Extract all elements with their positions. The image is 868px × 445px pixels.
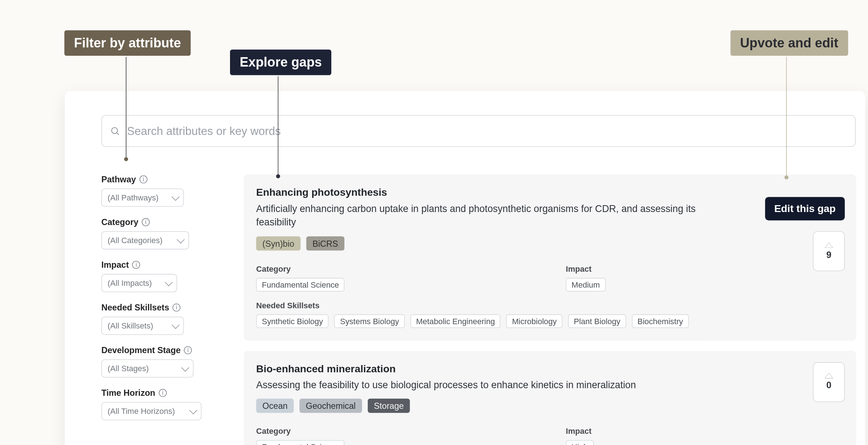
search-wrap (101, 115, 856, 147)
select-value: (All Pathways) (107, 193, 158, 202)
main-panel: Pathway i (All Pathways) Category i (All… (65, 91, 865, 445)
impact-select[interactable]: (All Impacts) (101, 274, 177, 292)
upvote-icon (825, 242, 833, 247)
select-value: (All Skillsets) (107, 321, 153, 330)
meta-impact: Impact Medium (566, 264, 844, 292)
info-icon[interactable]: i (184, 346, 192, 354)
filter-label: Time Horizon i (101, 388, 221, 398)
card-desc: Artificially enhancing carbon uptake in … (256, 202, 728, 229)
upvote-count: 0 (826, 381, 831, 391)
horizon-select[interactable]: (All Time Horizons) (101, 402, 201, 420)
search-icon (110, 126, 120, 136)
meta-label: Category (256, 264, 532, 273)
meta-label: Impact (566, 264, 844, 273)
filter-stage: Development Stage i (All Stages) (101, 345, 221, 378)
tag: Medium (566, 277, 606, 291)
upvote-count: 9 (826, 250, 831, 260)
gap-card[interactable]: Bio-enhanced mineralization Assessing th… (244, 351, 856, 445)
select-value: (All Impacts) (107, 279, 152, 288)
filter-sidebar: Pathway i (All Pathways) Category i (All… (101, 174, 221, 445)
meta-impact: Impact High (566, 427, 844, 445)
tag: Metabolic Engineering (410, 314, 501, 328)
svg-line-1 (117, 133, 119, 135)
tag: Biochemistry (632, 314, 689, 328)
select-value: (All Categories) (107, 236, 162, 245)
filter-label: Pathway i (101, 174, 221, 184)
search-input[interactable] (101, 115, 856, 147)
stage-select[interactable]: (All Stages) (101, 359, 193, 377)
label-text: Pathway (101, 174, 136, 184)
pill: Geochemical (299, 399, 362, 413)
chevron-down-icon (189, 406, 197, 414)
pathway-select[interactable]: (All Pathways) (101, 188, 184, 207)
chevron-down-icon (181, 364, 189, 372)
info-icon[interactable]: i (132, 260, 140, 268)
label-text: Needed Skillsets (101, 302, 169, 312)
pathway-pills: (Syn)bio BiCRS (256, 236, 843, 250)
meta-category: Category Fundamental Science (256, 427, 532, 445)
filter-impact: Impact i (All Impacts) (101, 260, 221, 292)
label-text: Category (101, 217, 138, 227)
card-title: Bio-enhanced mineralization (256, 363, 843, 375)
pill: BiCRS (306, 236, 344, 250)
meta-skillsets: Needed Skillsets Synthetic Biology Syste… (256, 300, 843, 328)
info-icon[interactable]: i (139, 175, 147, 183)
filter-label: Development Stage i (101, 345, 221, 355)
svg-point-0 (112, 128, 118, 134)
info-icon[interactable]: i (159, 389, 167, 397)
meta-label: Impact (566, 427, 844, 436)
pathway-pills: Ocean Geochemical Storage (256, 399, 843, 413)
card-title: Enhancing photosynthesis (256, 187, 843, 199)
pill: (Syn)bio (256, 236, 301, 250)
chevron-down-icon (171, 193, 179, 201)
filter-label: Impact i (101, 260, 221, 270)
label-text: Time Horizon (101, 388, 155, 398)
upvote-button[interactable]: 0 (813, 362, 845, 402)
upvote-icon (825, 373, 833, 378)
tag: Fundamental Science (256, 440, 345, 445)
info-icon[interactable]: i (173, 303, 180, 311)
chevron-down-icon (176, 236, 184, 243)
tag: Plant Biology (568, 314, 626, 328)
edit-gap-button[interactable]: Edit this gap (765, 197, 844, 221)
gap-card[interactable]: Enhancing photosynthesis Artificially en… (244, 174, 856, 340)
filter-pathway: Pathway i (All Pathways) (101, 174, 221, 207)
annotation-upvote-edit: Upvote and edit (730, 30, 848, 56)
chevron-down-icon (171, 321, 179, 329)
chevron-down-icon (165, 278, 173, 286)
filter-skillsets: Needed Skillsets i (All Skillsets) (101, 302, 221, 335)
filter-horizon: Time Horizon i (All Time Horizons) (101, 388, 221, 420)
select-value: (All Time Horizons) (107, 407, 175, 416)
label-text: Impact (101, 260, 129, 270)
info-icon[interactable]: i (142, 218, 150, 226)
meta-category: Category Fundamental Science (256, 264, 532, 292)
meta-label: Needed Skillsets (256, 300, 843, 309)
label-text: Development Stage (101, 345, 180, 355)
annotation-filter: Filter by attribute (64, 30, 191, 56)
tag: Microbiology (506, 314, 562, 328)
tag: High (566, 440, 594, 445)
tag: Fundamental Science (256, 277, 345, 291)
annotation-explore: Explore gaps (230, 50, 332, 75)
pill: Ocean (256, 399, 294, 413)
pill: Storage (367, 399, 410, 413)
select-value: (All Stages) (107, 364, 149, 373)
tag: Synthetic Biology (256, 314, 329, 328)
filter-label: Category i (101, 217, 221, 227)
category-select[interactable]: (All Categories) (101, 231, 189, 249)
cards-list: Enhancing photosynthesis Artificially en… (244, 174, 856, 445)
card-desc: Assessing the feasibility to use biologi… (256, 378, 728, 392)
meta-label: Category (256, 427, 532, 436)
tag: Systems Biology (335, 314, 405, 328)
skillsets-select[interactable]: (All Skillsets) (101, 317, 184, 335)
upvote-button[interactable]: 9 (813, 231, 845, 271)
filter-label: Needed Skillsets i (101, 302, 221, 312)
filter-category: Category i (All Categories) (101, 217, 221, 250)
